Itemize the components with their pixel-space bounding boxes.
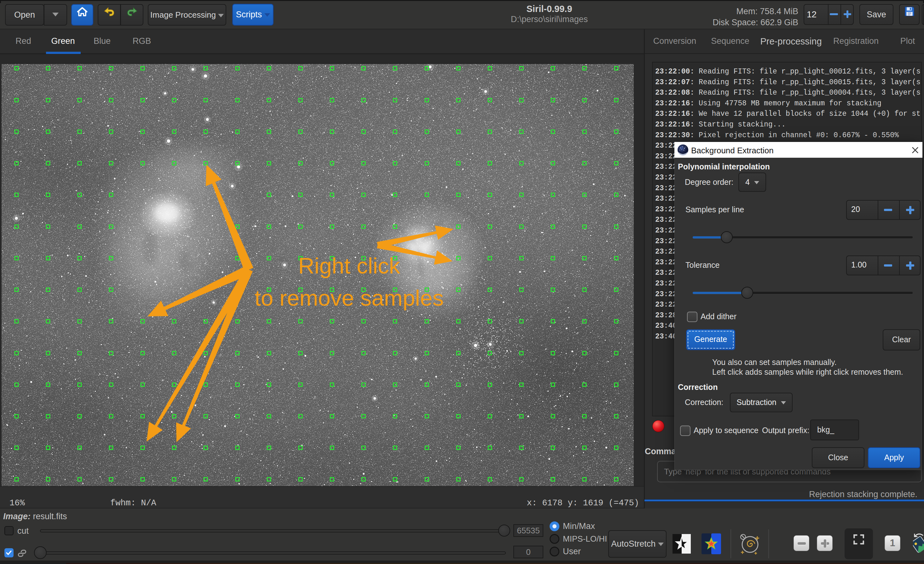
svg-text:Right click: Right click [298, 253, 400, 278]
svg-text:to remove samples: to remove samples [255, 286, 444, 310]
